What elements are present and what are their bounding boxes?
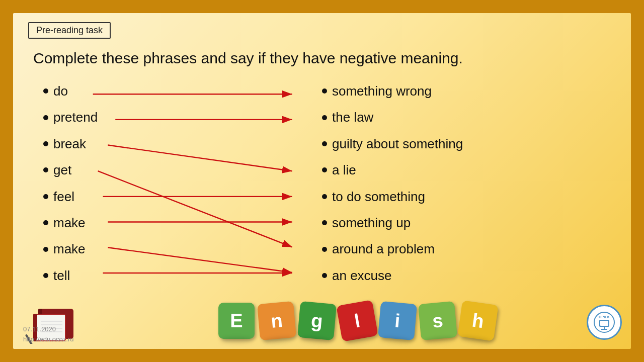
bullet-icon	[43, 194, 48, 199]
bullet-icon	[43, 247, 48, 252]
bottom-bar: English	[13, 294, 631, 349]
right-item-text: guilty about something	[332, 135, 463, 153]
right-list-item: an excuse	[322, 262, 601, 289]
left-item-text: feel	[53, 188, 74, 206]
right-item-text: an excuse	[332, 266, 392, 285]
svg-rect-23	[600, 321, 608, 326]
left-list: dopretendbreakgetfeelmakemaketell	[43, 78, 322, 289]
left-item-text: break	[53, 135, 86, 153]
right-item-text: something up	[332, 214, 411, 232]
left-list-item: get	[43, 157, 322, 183]
left-list-item: tell	[43, 262, 322, 289]
right-item-text: a lie	[332, 161, 356, 179]
left-item-text: get	[53, 161, 71, 179]
letter-block: n	[257, 301, 296, 340]
date-text: 07.11.2020	[23, 324, 73, 334]
bullet-icon	[43, 141, 48, 146]
left-item-text: tell	[53, 266, 70, 285]
right-item-text: the law	[332, 108, 373, 126]
bullet-icon	[322, 88, 327, 94]
bullet-icon	[322, 247, 327, 252]
right-list-item: guilty about something	[322, 131, 601, 157]
right-list-item: something up	[322, 210, 601, 236]
bullet-icon	[322, 141, 327, 146]
bullet-icon	[43, 115, 48, 120]
bullet-icon	[322, 167, 327, 172]
right-list-item: the law	[322, 104, 601, 130]
blocks-row: English	[94, 303, 621, 344]
right-list-item: a lie	[322, 157, 601, 183]
left-list-item: pretend	[43, 104, 322, 130]
bullet-icon	[322, 273, 327, 278]
right-item-text: around a problem	[332, 240, 435, 258]
letter-block: s	[418, 301, 457, 340]
letter-block: i	[378, 301, 417, 340]
letter-block: l	[336, 300, 378, 341]
right-list-item: around a problem	[322, 236, 601, 262]
left-item-text: make	[53, 214, 86, 232]
left-item-text: make	[53, 240, 86, 258]
letter-block: E	[218, 303, 255, 339]
left-list-item: break	[43, 131, 322, 157]
right-list: something wrongthe lawguilty about somet…	[322, 78, 601, 289]
bullet-icon	[43, 220, 48, 225]
bullet-icon	[322, 115, 327, 120]
main-question: Complete these phrases and say if they h…	[28, 48, 616, 68]
bullet-icon	[43, 273, 48, 278]
right-item-text: to do something	[332, 188, 425, 206]
left-item-text: do	[53, 82, 68, 100]
url-text: http://edu.ocoz.ru	[23, 334, 73, 344]
letter-block: g	[297, 301, 337, 340]
bullet-icon	[43, 88, 48, 94]
left-list-item: do	[43, 78, 322, 104]
svg-text:OPIEK: OPIEK	[599, 315, 610, 319]
bullet-icon	[43, 167, 48, 172]
content-area: dopretendbreakgetfeelmakemaketell	[28, 78, 616, 289]
pre-reading-tag: Pre-reading task	[28, 22, 111, 39]
main-frame: Pre-reading task Complete these phrases …	[10, 10, 634, 352]
date-info: 07.11.2020 http://edu.ocoz.ru	[23, 324, 73, 344]
left-list-item: make	[43, 236, 322, 262]
bullet-icon	[322, 220, 327, 225]
letter-block: h	[457, 300, 498, 341]
left-item-text: pretend	[53, 108, 98, 126]
left-list-item: make	[43, 210, 322, 236]
left-list-item: feel	[43, 184, 322, 210]
bullet-icon	[322, 194, 327, 199]
right-list-item: something wrong	[322, 78, 601, 104]
logo-circle: OPIEK	[587, 305, 622, 340]
right-list-item: to do something	[322, 184, 601, 210]
right-item-text: something wrong	[332, 82, 432, 100]
